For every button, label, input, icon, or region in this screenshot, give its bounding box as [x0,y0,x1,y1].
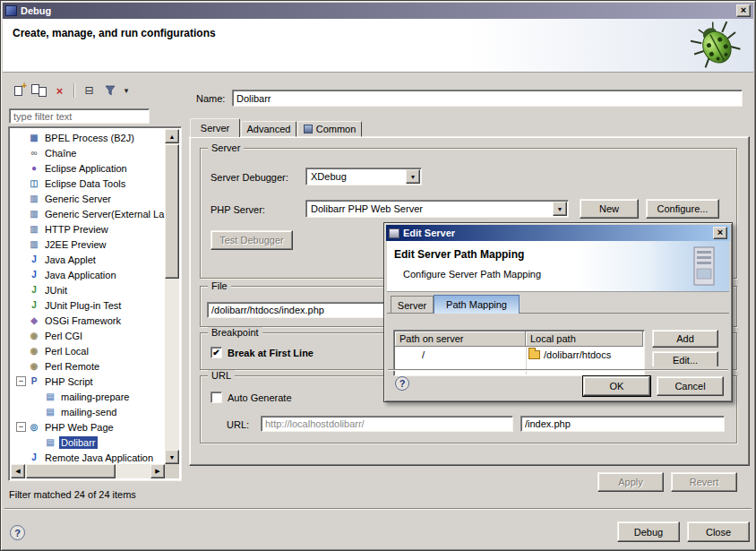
tree-item-j2ee-preview[interactable]: ▥J2EE Preview [11,237,165,252]
tree-item-label: OSGi Framework [43,314,123,327]
tree-item-mailing-prepare[interactable]: ▤mailing-prepare [11,389,165,404]
scroll-left-icon[interactable]: ◀ [11,464,25,478]
url-group-title: URL [208,370,235,382]
tree-expander-spacer [16,285,26,295]
ok-button[interactable]: OK [583,376,650,396]
new-server-button[interactable]: New [580,199,639,219]
break-first-line-label[interactable]: Break at First Line [228,348,314,358]
tree-item-mailing-send[interactable]: ▤mailing-send [11,404,165,419]
toolbar-menu-arrow-icon[interactable]: ▾ [122,82,131,99]
column-header-local-path[interactable]: Local path [526,331,643,347]
dialog-help-button[interactable]: ? [395,376,409,391]
server-icon: ▥ [28,224,40,234]
collapse-all-icon[interactable]: ⊟ [81,82,98,99]
tree-item-osgi-framework[interactable]: ◆OSGi Framework [11,313,165,328]
tree-expander-spacer [16,452,26,462]
help-button[interactable]: ? [10,525,25,540]
config-toolbar: + × ⊟ ▾ [10,82,131,99]
tree-item-perl-cgi[interactable]: ◉Perl CGI [11,328,165,343]
tree-item-http-preview[interactable]: ▥HTTP Preview [11,221,165,237]
tree-item-eclipse-application[interactable]: ●Eclipse Application [11,160,165,176]
tree-expander-spacer [16,224,26,234]
debug-button[interactable]: Debug [617,521,680,542]
server-debugger-label: Server Debugger: [210,172,288,183]
edit-server-window-icon [389,228,399,238]
scroll-down-icon[interactable]: ▼ [165,450,179,464]
tab-advanced[interactable]: Advanced [241,121,296,137]
tree-item-remote-java-application[interactable]: JRemote Java Application [11,450,165,464]
base-url-input[interactable] [261,416,513,432]
tree-expander-icon[interactable]: − [16,422,26,432]
tree-vertical-scrollbar[interactable]: ▲ ▼ [165,129,179,464]
dialog-banner: Create, manage, and run configurations [3,19,753,73]
tree-expander-spacer [16,315,26,325]
duplicate-icon[interactable] [30,82,47,99]
auto-generate-label[interactable]: Auto Generate [228,392,292,403]
configure-button[interactable]: Configure... [646,199,719,219]
tree-item-perl-local[interactable]: ◉Perl Local [11,343,165,358]
tree-item-java-applet[interactable]: JJava Applet [11,252,165,267]
auto-generate-checkbox[interactable] [210,392,222,403]
tree-item-cha-ne[interactable]: ∞Chaîne [11,145,165,160]
tab-server[interactable]: Server [190,118,240,137]
php-server-combo[interactable]: Dolibarr PHP Web Server ▼ [305,200,569,218]
perl-icon: ◉ [28,361,40,371]
tree-expander-spacer [16,148,26,158]
filter-input[interactable] [9,108,150,124]
close-button[interactable]: Close [687,521,750,542]
add-button[interactable]: Add [652,330,718,348]
tree-item-junit-plug-in-test[interactable]: JJUnit Plug-in Test [11,297,165,313]
delete-icon[interactable]: × [51,82,68,99]
vertical-scroll-thumb[interactable] [165,144,179,279]
window-close-button[interactable]: × [736,4,751,17]
scroll-up-icon[interactable]: ▲ [165,129,179,143]
tree-item-eclipse-data-tools[interactable]: ◫Eclipse Data Tools [11,176,165,191]
tree-item-java-application[interactable]: JJava Application [11,267,165,282]
name-input[interactable] [232,90,743,107]
tree-expander-spacer [16,254,26,264]
edit-server-heading: Edit Server Path Mapping [394,248,524,261]
dialog-tab-server[interactable]: Server [391,296,434,314]
tab-common[interactable]: Common [297,121,362,137]
tree-horizontal-scrollbar[interactable]: ◀ ▶ [11,464,165,478]
tree-item-junit[interactable]: JJUnit [11,282,165,297]
apply-button[interactable]: Apply [597,472,664,492]
scrollbar-corner [165,464,179,478]
scroll-right-icon[interactable]: ▶ [150,464,165,478]
tree-expander-icon[interactable]: − [16,376,26,386]
combo-arrow-icon[interactable]: ▼ [553,202,567,216]
tree-item-php-script[interactable]: −PPHP Script [11,374,165,389]
revert-button[interactable]: Revert [671,472,737,492]
column-header-path-on-server[interactable]: Path on server [395,331,526,347]
php-server-label: PHP Server: [210,204,265,215]
new-configuration-icon[interactable]: + [10,82,27,99]
server-debugger-combo[interactable]: XDebug ▼ [305,168,422,185]
filter-icon[interactable] [101,82,118,99]
url-path-input[interactable] [520,416,725,432]
tree-item-generic-server-external-la[interactable]: ▥Generic Server(External La [11,206,165,221]
tree-expander-spacer [16,194,26,203]
config-tree-rows: ▦BPEL Process (B2J)∞Chaîne●Eclipse Appli… [11,130,165,464]
config-tree: ▦BPEL Process (B2J)∞Chaîne●Eclipse Appli… [8,126,182,481]
dialog-tab-path-mapping[interactable]: Path Mapping [434,295,520,314]
common-tab-icon [304,125,313,133]
combo-arrow-icon[interactable]: ▼ [406,169,420,184]
horizontal-scroll-thumb[interactable] [26,464,116,478]
tree-item-perl-remote[interactable]: ◉Perl Remote [11,358,165,374]
window-title: Debug [21,5,733,16]
mapping-row-path-on-server[interactable]: / [395,347,526,362]
phpfile-icon: ▤ [44,437,56,447]
edit-server-close-button[interactable]: × [713,227,727,239]
test-debugger-button[interactable]: Test Debugger [210,230,293,250]
tree-item-generic-server[interactable]: ▥Generic Server [11,191,165,206]
php-icon: P [28,376,40,386]
edit-button[interactable]: Edit... [652,351,718,366]
tree-item-bpel-process-b2j[interactable]: ▦BPEL Process (B2J) [11,130,165,145]
tree-expander-spacer [16,209,26,219]
cancel-button[interactable]: Cancel [657,376,724,396]
tree-item-php-web-page[interactable]: −◎PHP Web Page [11,419,165,435]
tree-item-dolibarr[interactable]: ▤Dolibarr [11,435,165,450]
perl-icon: ◉ [28,331,40,340]
break-first-line-checkbox[interactable]: ✔ [210,347,222,358]
mapping-row-local-path[interactable]: /dolibarr/htdocs [527,347,643,362]
